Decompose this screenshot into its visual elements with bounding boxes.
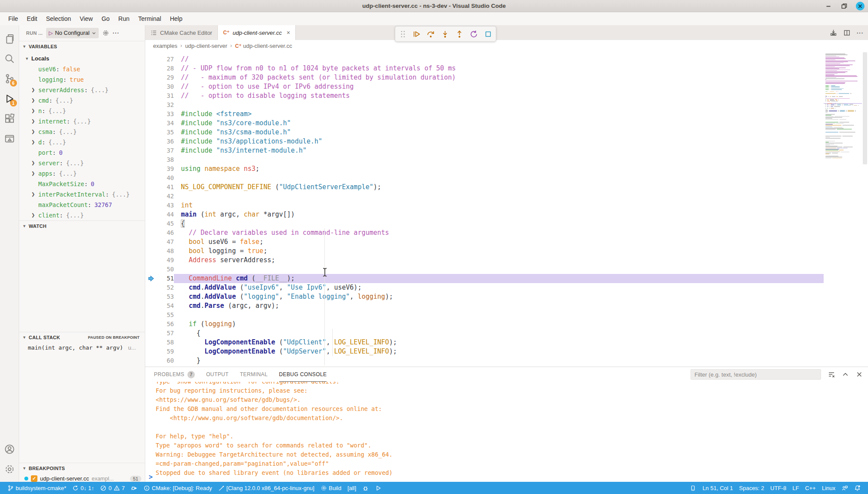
panel-tab-problems[interactable]: PROBLEMS7 bbox=[154, 367, 195, 382]
run-below-icon[interactable] bbox=[830, 29, 837, 37]
gutter-glyph-margin[interactable] bbox=[145, 146, 157, 155]
gutter-glyph-margin[interactable] bbox=[145, 82, 157, 91]
variable-useV6[interactable]: useV6:false bbox=[19, 64, 145, 74]
statusbar-build-target[interactable]: [all] bbox=[344, 482, 359, 494]
activity-preview-window[interactable] bbox=[0, 129, 19, 149]
gutter-glyph-margin[interactable] bbox=[145, 183, 157, 192]
menu-selection[interactable]: Selection bbox=[42, 14, 75, 23]
statusbar-eol[interactable]: LF bbox=[789, 482, 802, 494]
minimize-button[interactable] bbox=[825, 2, 832, 10]
gutter-glyph-margin[interactable] bbox=[145, 320, 157, 329]
activity-extensions[interactable] bbox=[0, 109, 19, 129]
gutter-glyph-margin[interactable] bbox=[145, 201, 157, 210]
statusbar-os-indicator[interactable]: Linux bbox=[819, 482, 838, 494]
debug-console-output[interactable]: Type "show configuration" for configurat… bbox=[145, 382, 868, 482]
minimap[interactable] bbox=[824, 51, 862, 367]
close-button[interactable]: ✕ bbox=[856, 2, 865, 10]
gutter-glyph-margin[interactable] bbox=[145, 55, 157, 64]
editor-scrollbar[interactable] bbox=[862, 51, 868, 367]
gutter-glyph-margin[interactable] bbox=[145, 338, 157, 347]
tab-cmake-cache-editor[interactable]: CMake Cache Editor bbox=[145, 25, 218, 40]
variable-maxPacketCount[interactable]: maxPacketCount:32767 bbox=[19, 200, 145, 210]
statusbar-build-button[interactable]: Build bbox=[317, 482, 344, 494]
panel-tab-debug-console[interactable]: DEBUG CONSOLE bbox=[279, 367, 327, 382]
statusbar-indentation[interactable]: Spaces: 2 bbox=[736, 482, 768, 494]
debug-configuration-dropdown[interactable]: ▷ No Configural bbox=[46, 28, 99, 38]
step-out-button[interactable] bbox=[455, 30, 464, 38]
gutter-glyph-margin[interactable] bbox=[145, 237, 157, 247]
gutter-glyph-margin[interactable] bbox=[145, 283, 157, 292]
statusbar-encoding[interactable]: UTF-8 bbox=[767, 482, 789, 494]
gutter-glyph-margin[interactable] bbox=[145, 329, 157, 338]
gutter-glyph-margin[interactable] bbox=[145, 301, 157, 310]
breakpoint-row[interactable]: ✓ udp-client-server.cc exampl... 51 bbox=[19, 474, 145, 482]
variable-cmd[interactable]: ❯cmd:{...} bbox=[19, 95, 145, 106]
statusbar-feedback[interactable] bbox=[838, 482, 851, 494]
menu-view[interactable]: View bbox=[76, 14, 97, 23]
console-filter-input[interactable] bbox=[691, 369, 821, 380]
variable-n[interactable]: ❯n:{...} bbox=[19, 106, 145, 116]
gutter-glyph-margin[interactable] bbox=[145, 274, 157, 283]
statusbar-notifications[interactable] bbox=[851, 482, 864, 494]
menu-file[interactable]: File bbox=[4, 14, 22, 23]
menu-go[interactable]: Go bbox=[97, 14, 114, 23]
more-actions-icon[interactable]: ··· bbox=[113, 30, 120, 36]
gutter-glyph-margin[interactable] bbox=[145, 347, 157, 356]
gutter-glyph-margin[interactable] bbox=[145, 356, 157, 365]
close-panel-icon[interactable] bbox=[856, 371, 863, 378]
locals-scope[interactable]: ▼ Locals bbox=[19, 53, 145, 64]
activity-explorer[interactable] bbox=[0, 29, 19, 49]
gutter-glyph-margin[interactable] bbox=[145, 228, 157, 237]
gutter-glyph-margin[interactable] bbox=[145, 73, 157, 82]
stop-button[interactable] bbox=[484, 30, 492, 38]
gutter-glyph-margin[interactable] bbox=[145, 310, 157, 320]
variable-client[interactable]: ❯client:{...} bbox=[19, 210, 145, 220]
breadcrumb-item[interactable]: C⁺ udp-client-server.cc bbox=[235, 43, 292, 49]
split-editor-icon[interactable] bbox=[843, 29, 851, 37]
tab-udp-client-server-cc[interactable]: C⁺udp-client-server.cc× bbox=[218, 25, 296, 40]
gutter-glyph-margin[interactable] bbox=[145, 100, 157, 110]
gutter-glyph-margin[interactable] bbox=[145, 128, 157, 137]
gutter-glyph-margin[interactable] bbox=[145, 155, 157, 164]
statusbar-language-mode[interactable]: C++ bbox=[802, 482, 819, 494]
breadcrumb[interactable]: examples›udp-client-server›C⁺ udp-client… bbox=[145, 40, 868, 51]
continue-button[interactable] bbox=[412, 30, 421, 38]
call-stack-frame[interactable]: main(int argc, char ** argv) u... bbox=[19, 343, 145, 351]
menu-terminal[interactable]: Terminal bbox=[134, 14, 165, 23]
gutter-glyph-margin[interactable] bbox=[145, 174, 157, 183]
close-tab-icon[interactable]: × bbox=[287, 29, 290, 36]
panel-tab-terminal[interactable]: TERMINAL bbox=[240, 367, 268, 382]
menu-run[interactable]: Run bbox=[114, 14, 134, 23]
gutter-glyph-margin[interactable] bbox=[145, 219, 157, 228]
variable-internet[interactable]: ❯internet:{...} bbox=[19, 116, 145, 127]
variable-server[interactable]: ❯server:{...} bbox=[19, 158, 145, 168]
statusbar-debug-status[interactable] bbox=[128, 482, 140, 494]
gear-icon[interactable] bbox=[102, 30, 109, 37]
code-editor[interactable]: 27//28// - UDP flow from n0 to n1 of 102… bbox=[145, 51, 868, 367]
variable-d[interactable]: ❯d:{...} bbox=[19, 137, 145, 147]
variable-MaxPacketSize[interactable]: MaxPacketSize:0 bbox=[19, 179, 145, 189]
variable-interPacketInterval[interactable]: ❯interPacketInterval:{...} bbox=[19, 189, 145, 200]
gutter-glyph-margin[interactable] bbox=[145, 164, 157, 174]
watch-header[interactable]: ▼ WATCH bbox=[19, 221, 145, 231]
activity-search[interactable] bbox=[0, 49, 19, 69]
breakpoint-checkbox[interactable]: ✓ bbox=[31, 475, 37, 482]
gutter-glyph-margin[interactable] bbox=[145, 256, 157, 265]
statusbar-sync-status[interactable]: 0↓ 1↑ bbox=[69, 482, 97, 494]
drag-handle-icon[interactable] bbox=[399, 30, 407, 38]
statusbar-remote-indicator[interactable] bbox=[687, 482, 699, 494]
gutter-glyph-margin[interactable] bbox=[145, 192, 157, 201]
breakpoints-header[interactable]: ▼ BREAKPOINTS bbox=[19, 463, 145, 474]
gutter-glyph-margin[interactable] bbox=[145, 119, 157, 128]
restart-button[interactable] bbox=[470, 30, 478, 38]
panel-tab-output[interactable]: OUTPUT bbox=[206, 367, 229, 382]
gutter-glyph-margin[interactable] bbox=[145, 265, 157, 274]
variables-header[interactable]: ▼ VARIABLES bbox=[19, 41, 145, 52]
gutter-glyph-margin[interactable] bbox=[145, 110, 157, 119]
statusbar-debug-target-button[interactable] bbox=[359, 482, 372, 494]
gutter-glyph-margin[interactable] bbox=[145, 247, 157, 256]
more-actions-icon[interactable]: ··· bbox=[857, 30, 864, 36]
variable-port[interactable]: port:0 bbox=[19, 147, 145, 158]
step-into-button[interactable] bbox=[441, 30, 449, 38]
variable-apps[interactable]: ❯apps:{...} bbox=[19, 168, 145, 179]
